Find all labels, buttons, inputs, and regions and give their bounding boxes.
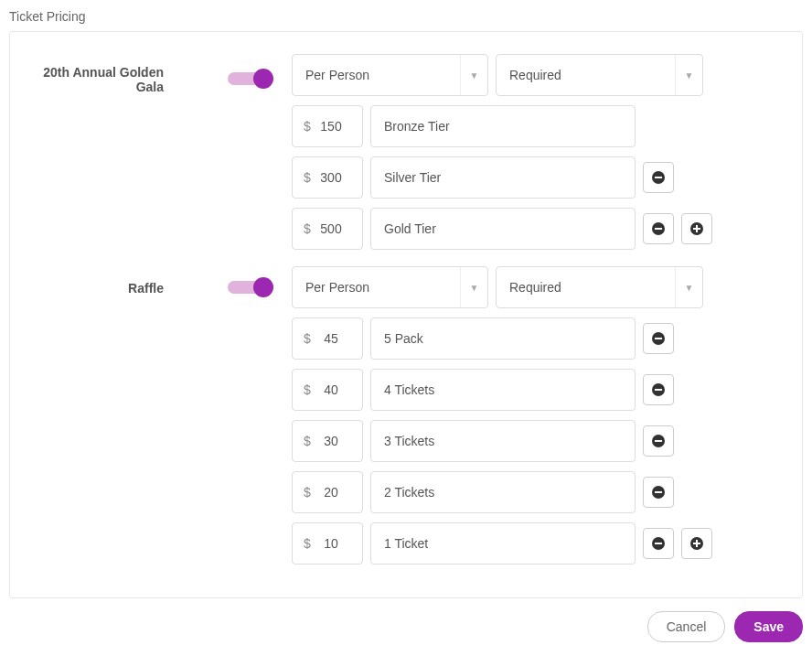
tier-row: $ (292, 369, 785, 411)
save-button[interactable]: Save (734, 611, 803, 642)
requirement-select-value: Required (509, 280, 561, 295)
remove-tier-button[interactable] (643, 528, 674, 559)
toggle-knob (253, 69, 273, 89)
tier-row: $ (292, 471, 785, 513)
tier-name-input[interactable] (370, 522, 636, 565)
section-header-col: Raffle (27, 266, 273, 299)
price-input[interactable] (313, 434, 349, 448)
pricing-panel: 20th Annual Golden Gala Per Person ▼ Req… (9, 31, 803, 598)
currency-symbol: $ (293, 221, 313, 236)
selector-row: Per Person ▼ Required ▼ (292, 54, 785, 96)
price-field[interactable]: $ (292, 471, 363, 513)
tier-row: $ (292, 156, 785, 199)
price-input[interactable] (313, 382, 349, 397)
tier-name-input[interactable] (370, 317, 636, 360)
basis-select[interactable]: Per Person ▼ (292, 266, 488, 308)
price-field[interactable]: $ (292, 420, 363, 462)
tier-name-input[interactable] (370, 471, 636, 513)
add-tier-button[interactable] (681, 528, 712, 559)
section-toggle[interactable] (228, 69, 273, 91)
price-field[interactable]: $ (292, 156, 363, 199)
tier-name-input[interactable] (370, 369, 636, 411)
price-field[interactable]: $ (292, 317, 363, 360)
pricing-section: Raffle Per Person ▼ Required ▼ $ (27, 266, 785, 574)
minus-icon (652, 222, 665, 235)
price-field[interactable]: $ (292, 208, 363, 250)
basis-select-value: Per Person (305, 280, 369, 295)
currency-symbol: $ (293, 170, 313, 185)
price-input[interactable] (313, 170, 349, 185)
currency-symbol: $ (293, 434, 313, 448)
remove-tier-button[interactable] (643, 323, 674, 354)
section-label: 20th Annual Golden Gala (27, 65, 164, 94)
price-input[interactable] (313, 119, 349, 134)
tier-name-input[interactable] (370, 105, 636, 147)
price-field[interactable]: $ (292, 105, 363, 147)
remove-tier-button[interactable] (643, 213, 674, 244)
pricing-section: 20th Annual Golden Gala Per Person ▼ Req… (27, 54, 785, 259)
minus-icon (652, 435, 665, 447)
tier-name-input[interactable] (370, 420, 636, 462)
chevron-down-icon: ▼ (675, 55, 702, 95)
plus-icon (690, 222, 703, 235)
minus-icon (652, 537, 665, 550)
minus-icon (652, 171, 665, 184)
section-toggle[interactable] (228, 277, 273, 299)
basis-select-value: Per Person (305, 68, 369, 82)
remove-tier-button[interactable] (643, 162, 674, 193)
selector-row: Per Person ▼ Required ▼ (292, 266, 785, 308)
plus-icon (690, 537, 703, 550)
price-input[interactable] (313, 485, 349, 500)
section-body: Per Person ▼ Required ▼ $ (273, 266, 785, 574)
currency-symbol: $ (293, 485, 313, 500)
chevron-down-icon: ▼ (675, 267, 702, 307)
cancel-button[interactable]: Cancel (647, 611, 726, 642)
currency-symbol: $ (293, 382, 313, 397)
requirement-select[interactable]: Required ▼ (496, 54, 703, 96)
footer-actions: Cancel Save (9, 611, 803, 642)
basis-select[interactable]: Per Person ▼ (292, 54, 488, 96)
price-field[interactable]: $ (292, 369, 363, 411)
price-input[interactable] (313, 221, 349, 236)
requirement-select[interactable]: Required ▼ (496, 266, 703, 308)
section-label: Raffle (27, 281, 164, 296)
section-body: Per Person ▼ Required ▼ $ $ (273, 54, 785, 259)
page-title: Ticket Pricing (9, 9, 803, 24)
minus-icon (652, 383, 665, 396)
remove-tier-button[interactable] (643, 477, 674, 508)
tier-row: $ (292, 105, 785, 147)
chevron-down-icon: ▼ (460, 55, 487, 95)
tier-row: $ (292, 420, 785, 462)
currency-symbol: $ (293, 536, 313, 551)
price-field[interactable]: $ (292, 522, 363, 565)
add-tier-button[interactable] (681, 213, 712, 244)
requirement-select-value: Required (509, 68, 561, 82)
minus-icon (652, 486, 665, 499)
tier-row: $ (292, 208, 785, 250)
price-input[interactable] (313, 331, 349, 346)
currency-symbol: $ (293, 119, 313, 134)
remove-tier-button[interactable] (643, 374, 674, 405)
tier-name-input[interactable] (370, 156, 636, 199)
tier-row: $ (292, 317, 785, 360)
tier-name-input[interactable] (370, 208, 636, 250)
section-header-col: 20th Annual Golden Gala (27, 54, 273, 94)
minus-icon (652, 332, 665, 345)
price-input[interactable] (313, 536, 349, 551)
currency-symbol: $ (293, 331, 313, 346)
chevron-down-icon: ▼ (460, 267, 487, 307)
toggle-knob (253, 277, 273, 297)
remove-tier-button[interactable] (643, 425, 674, 457)
tier-row: $ (292, 522, 785, 565)
